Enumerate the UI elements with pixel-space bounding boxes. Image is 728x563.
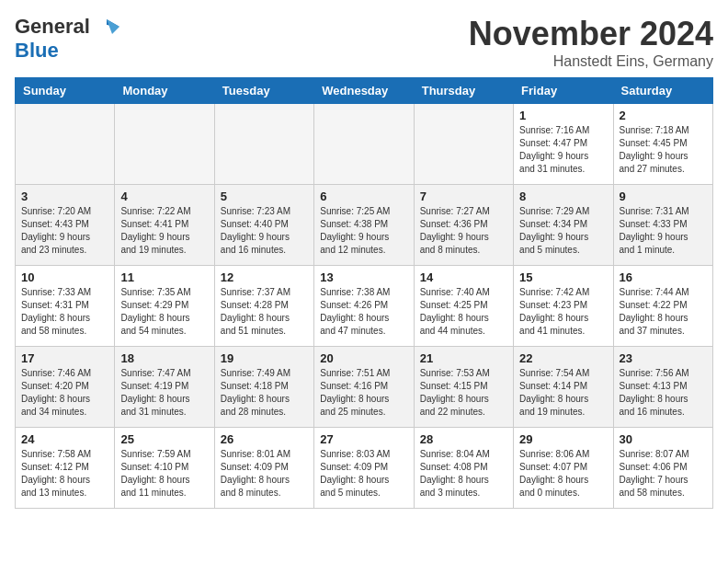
day-info: Sunrise: 7:59 AMSunset: 4:10 PMDaylight:… <box>120 448 208 500</box>
day-number: 19 <box>221 351 308 365</box>
calendar-day-cell: 26Sunrise: 8:01 AMSunset: 4:09 PMDayligh… <box>214 428 313 509</box>
title-area: November 2024 Hanstedt Eins, Germany <box>469 15 713 70</box>
day-info: Sunrise: 8:07 AMSunset: 4:06 PMDaylight:… <box>620 448 707 500</box>
calendar-day-cell: 4Sunrise: 7:22 AMSunset: 4:41 PMDaylight… <box>115 185 214 266</box>
calendar-day-cell: 15Sunrise: 7:42 AMSunset: 4:23 PMDayligh… <box>514 266 613 347</box>
day-number: 5 <box>221 190 308 203</box>
day-info: Sunrise: 7:47 AMSunset: 4:19 PMDaylight:… <box>120 367 208 419</box>
logo: General Blue <box>15 15 119 63</box>
header: General Blue November 2024 Hanstedt Eins… <box>15 15 713 70</box>
day-number: 11 <box>120 270 208 284</box>
calendar-day-cell <box>414 104 513 185</box>
day-number: 29 <box>519 432 607 446</box>
calendar-day-cell: 25Sunrise: 7:59 AMSunset: 4:10 PMDayligh… <box>115 428 214 509</box>
calendar-day-cell: 17Sunrise: 7:46 AMSunset: 4:20 PMDayligh… <box>16 347 115 428</box>
header-wednesday: Wednesday <box>314 78 414 104</box>
calendar-day-cell: 9Sunrise: 7:31 AMSunset: 4:33 PMDaylight… <box>613 185 712 266</box>
calendar-day-cell: 30Sunrise: 8:07 AMSunset: 4:06 PMDayligh… <box>613 428 712 509</box>
logo-blue-text: Blue <box>15 39 59 62</box>
calendar-day-cell: 6Sunrise: 7:25 AMSunset: 4:38 PMDaylight… <box>314 185 414 266</box>
day-number: 3 <box>21 190 108 203</box>
day-info: Sunrise: 7:33 AMSunset: 4:31 PMDaylight:… <box>21 286 108 338</box>
day-number: 30 <box>620 432 707 446</box>
calendar-week-row: 3Sunrise: 7:20 AMSunset: 4:43 PMDaylight… <box>16 185 713 266</box>
calendar-day-cell <box>16 104 115 185</box>
day-number: 16 <box>620 270 707 284</box>
calendar-day-cell: 28Sunrise: 8:04 AMSunset: 4:08 PMDayligh… <box>414 428 513 509</box>
day-number: 13 <box>320 270 407 284</box>
day-info: Sunrise: 7:44 AMSunset: 4:22 PMDaylight:… <box>620 286 707 338</box>
day-number: 17 <box>21 351 108 365</box>
calendar-day-cell: 27Sunrise: 8:03 AMSunset: 4:09 PMDayligh… <box>314 428 414 509</box>
day-number: 23 <box>620 351 707 365</box>
day-number: 8 <box>519 190 607 203</box>
day-info: Sunrise: 7:38 AMSunset: 4:26 PMDaylight:… <box>320 286 407 338</box>
day-number: 2 <box>620 109 707 122</box>
header-friday: Friday <box>514 78 613 104</box>
calendar-day-cell: 18Sunrise: 7:47 AMSunset: 4:19 PMDayligh… <box>115 347 214 428</box>
calendar-day-cell: 11Sunrise: 7:35 AMSunset: 4:29 PMDayligh… <box>115 266 214 347</box>
day-number: 6 <box>320 190 407 203</box>
header-monday: Monday <box>115 78 214 104</box>
day-number: 10 <box>21 270 108 284</box>
day-info: Sunrise: 8:04 AMSunset: 4:08 PMDaylight:… <box>420 448 507 500</box>
day-number: 27 <box>320 432 407 446</box>
day-info: Sunrise: 7:53 AMSunset: 4:15 PMDaylight:… <box>420 367 507 419</box>
day-number: 9 <box>620 190 707 203</box>
day-number: 15 <box>519 270 607 284</box>
calendar-day-cell: 19Sunrise: 7:49 AMSunset: 4:18 PMDayligh… <box>214 347 313 428</box>
day-info: Sunrise: 7:31 AMSunset: 4:33 PMDaylight:… <box>620 205 707 257</box>
calendar-day-cell <box>214 104 313 185</box>
calendar-week-row: 10Sunrise: 7:33 AMSunset: 4:31 PMDayligh… <box>16 266 713 347</box>
day-info: Sunrise: 7:22 AMSunset: 4:41 PMDaylight:… <box>120 205 208 257</box>
day-info: Sunrise: 7:46 AMSunset: 4:20 PMDaylight:… <box>21 367 108 419</box>
day-info: Sunrise: 7:56 AMSunset: 4:13 PMDaylight:… <box>620 367 707 419</box>
header-tuesday: Tuesday <box>214 78 313 104</box>
day-number: 24 <box>21 432 108 446</box>
svg-marker-1 <box>107 19 119 34</box>
calendar-day-cell: 22Sunrise: 7:54 AMSunset: 4:14 PMDayligh… <box>514 347 613 428</box>
calendar-day-cell <box>115 104 214 185</box>
day-info: Sunrise: 7:40 AMSunset: 4:25 PMDaylight:… <box>420 286 507 338</box>
calendar-day-cell: 24Sunrise: 7:58 AMSunset: 4:12 PMDayligh… <box>16 428 115 509</box>
header-thursday: Thursday <box>414 78 513 104</box>
day-number: 25 <box>120 432 208 446</box>
day-info: Sunrise: 7:25 AMSunset: 4:38 PMDaylight:… <box>320 205 407 257</box>
day-number: 4 <box>120 190 208 203</box>
calendar-week-row: 1Sunrise: 7:16 AMSunset: 4:47 PMDaylight… <box>16 104 713 185</box>
logo-general-text: General <box>15 15 90 39</box>
day-number: 7 <box>420 190 507 203</box>
calendar-day-cell: 1Sunrise: 7:16 AMSunset: 4:47 PMDaylight… <box>514 104 613 185</box>
calendar-header-row: SundayMondayTuesdayWednesdayThursdayFrid… <box>16 78 713 104</box>
calendar-day-cell: 14Sunrise: 7:40 AMSunset: 4:25 PMDayligh… <box>414 266 513 347</box>
calendar-day-cell: 20Sunrise: 7:51 AMSunset: 4:16 PMDayligh… <box>314 347 414 428</box>
calendar-day-cell: 2Sunrise: 7:18 AMSunset: 4:45 PMDaylight… <box>613 104 712 185</box>
day-info: Sunrise: 7:58 AMSunset: 4:12 PMDaylight:… <box>21 448 108 500</box>
calendar-day-cell: 23Sunrise: 7:56 AMSunset: 4:13 PMDayligh… <box>613 347 712 428</box>
day-number: 26 <box>221 432 308 446</box>
header-sunday: Sunday <box>16 78 115 104</box>
calendar-day-cell: 29Sunrise: 8:06 AMSunset: 4:07 PMDayligh… <box>514 428 613 509</box>
day-info: Sunrise: 7:51 AMSunset: 4:16 PMDaylight:… <box>320 367 407 419</box>
day-info: Sunrise: 7:23 AMSunset: 4:40 PMDaylight:… <box>221 205 308 257</box>
day-info: Sunrise: 7:29 AMSunset: 4:34 PMDaylight:… <box>519 205 607 257</box>
calendar-day-cell: 10Sunrise: 7:33 AMSunset: 4:31 PMDayligh… <box>16 266 115 347</box>
calendar-day-cell: 16Sunrise: 7:44 AMSunset: 4:22 PMDayligh… <box>613 266 712 347</box>
day-info: Sunrise: 7:42 AMSunset: 4:23 PMDaylight:… <box>519 286 607 338</box>
day-info: Sunrise: 8:06 AMSunset: 4:07 PMDaylight:… <box>519 448 607 500</box>
calendar-day-cell: 12Sunrise: 7:37 AMSunset: 4:28 PMDayligh… <box>214 266 313 347</box>
calendar-day-cell: 5Sunrise: 7:23 AMSunset: 4:40 PMDaylight… <box>214 185 313 266</box>
day-info: Sunrise: 7:54 AMSunset: 4:14 PMDaylight:… <box>519 367 607 419</box>
day-info: Sunrise: 7:35 AMSunset: 4:29 PMDaylight:… <box>120 286 208 338</box>
day-number: 21 <box>420 351 507 365</box>
day-number: 20 <box>320 351 407 365</box>
day-info: Sunrise: 7:20 AMSunset: 4:43 PMDaylight:… <box>21 205 108 257</box>
day-number: 14 <box>420 270 507 284</box>
month-title: November 2024 <box>469 15 713 53</box>
location: Hanstedt Eins, Germany <box>469 53 713 70</box>
day-info: Sunrise: 7:18 AMSunset: 4:45 PMDaylight:… <box>620 124 707 176</box>
calendar-week-row: 17Sunrise: 7:46 AMSunset: 4:20 PMDayligh… <box>16 347 713 428</box>
day-info: Sunrise: 7:16 AMSunset: 4:47 PMDaylight:… <box>519 124 607 176</box>
calendar-day-cell: 3Sunrise: 7:20 AMSunset: 4:43 PMDaylight… <box>16 185 115 266</box>
header-saturday: Saturday <box>613 78 712 104</box>
